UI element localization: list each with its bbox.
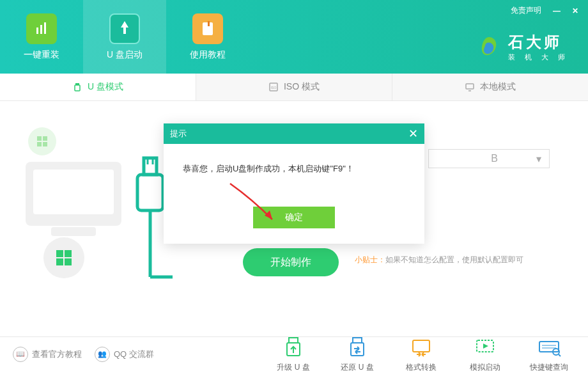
action-simulate-boot[interactable]: 模拟启动 (459, 335, 511, 371)
minimize-icon[interactable]: — (553, 6, 561, 15)
restore-usb-icon (345, 335, 369, 359)
success-dialog: 提示 ✕ 恭喜您，启动U盘制作成功，本机启动键"F9"！ 确定 (164, 123, 424, 244)
tutorial-icon (192, 13, 223, 44)
svg-rect-6 (75, 85, 80, 91)
arrow-annotation (226, 180, 284, 228)
bottom-left-links: 📖 查看官方教程 👥 QQ 交流群 (13, 347, 154, 362)
chevron-down-icon: ▾ (536, 153, 541, 165)
svg-rect-21 (65, 250, 72, 257)
svg-rect-25 (144, 158, 157, 175)
svg-text:ISO: ISO (271, 86, 277, 90)
usb-illustration (19, 117, 173, 283)
svg-rect-22 (56, 258, 63, 265)
simulate-boot-icon (473, 335, 497, 359)
brand-subtitle: 装 机 大 师 (508, 52, 569, 62)
svg-line-40 (559, 354, 561, 356)
nav-tab-label: 一键重装 (24, 49, 59, 61)
action-format-convert[interactable]: 格式转换 (395, 335, 447, 371)
nav-tabs: 一键重装 U 盘启动 使用教程 (0, 0, 249, 74)
action-label: 模拟启动 (470, 362, 500, 371)
nav-tab-usb[interactable]: U 盘启动 (83, 0, 166, 74)
svg-rect-2 (44, 22, 46, 34)
upgrade-usb-icon (281, 335, 306, 359)
tip-content: 如果不知道怎么配置，使用默认配置即可 (385, 255, 523, 264)
disclaimer-link[interactable]: 免责声明 (511, 5, 541, 16)
dialog-title: 提示 (170, 128, 187, 139)
svg-rect-15 (37, 136, 42, 141)
svg-rect-34 (413, 340, 429, 352)
usb-icon (72, 82, 82, 92)
svg-rect-18 (43, 142, 47, 146)
dialog-message: 恭喜您，启动U盘制作成功，本机启动键"F9"！ (179, 163, 409, 175)
titlebar: 一键重装 U 盘启动 使用教程 免责声明 — ✕ 石大师 装 机 大 师 (0, 0, 588, 74)
svg-point-19 (43, 237, 84, 278)
group-icon: 👥 (95, 347, 110, 362)
svg-rect-0 (36, 28, 38, 34)
mode-tab-label: U 盘模式 (88, 81, 123, 93)
svg-rect-17 (37, 142, 42, 146)
link-label: 查看官方教程 (32, 349, 82, 360)
dropdown-value: B (491, 153, 498, 164)
mode-tab-local[interactable]: 本地模式 (392, 74, 588, 100)
svg-rect-1 (40, 25, 42, 34)
tip-label: 小贴士： (355, 255, 385, 264)
mode-tab-iso[interactable]: ISO ISO 模式 (196, 74, 392, 100)
svg-point-14 (28, 127, 56, 155)
brand-title: 石大师 (508, 32, 569, 52)
reinstall-icon (26, 13, 57, 44)
dialog-close-icon[interactable]: ✕ (408, 127, 418, 141)
iso-icon: ISO (268, 82, 279, 92)
format-convert-icon (409, 335, 433, 359)
nav-tab-label: 使用教程 (190, 49, 226, 61)
nav-tab-reinstall[interactable]: 一键重装 (0, 0, 83, 74)
svg-rect-36 (539, 342, 559, 352)
nav-tab-tutorial[interactable]: 使用教程 (166, 0, 249, 74)
svg-rect-32 (353, 338, 362, 343)
bottom-bar: 📖 查看官方教程 👥 QQ 交流群 升级 U 盘 还原 U 盘 格式转换 模拟启… (0, 336, 588, 371)
link-label: QQ 交流群 (114, 349, 154, 360)
start-creation-button[interactable]: 开始制作 (243, 248, 339, 276)
svg-rect-30 (289, 338, 298, 343)
mode-tab-usb[interactable]: U 盘模式 (0, 74, 196, 100)
bottom-actions: 升级 U 盘 还原 U 盘 格式转换 模拟启动 快捷键查询 (267, 335, 575, 371)
svg-rect-24 (137, 175, 163, 210)
dialog-body: 恭喜您，启动U盘制作成功，本机启动键"F9"！ 确定 (164, 144, 424, 244)
action-hotkey-query[interactable]: 快捷键查询 (523, 335, 575, 371)
tip-text: 小贴士：如果不知道怎么配置，使用默认配置即可 (355, 255, 523, 265)
svg-rect-16 (43, 136, 47, 141)
qq-group-link[interactable]: 👥 QQ 交流群 (95, 347, 154, 362)
svg-rect-9 (466, 84, 474, 89)
svg-rect-20 (56, 250, 63, 257)
action-label: 格式转换 (406, 362, 437, 371)
mode-tab-label: 本地模式 (480, 81, 516, 93)
svg-rect-12 (33, 170, 114, 214)
action-restore-usb[interactable]: 还原 U 盘 (331, 335, 383, 371)
action-label: 升级 U 盘 (277, 362, 309, 371)
monitor-icon (465, 82, 475, 92)
svg-rect-13 (51, 227, 96, 236)
mode-tab-label: ISO 模式 (284, 81, 320, 93)
svg-rect-4 (208, 21, 210, 26)
action-upgrade-usb[interactable]: 升级 U 盘 (267, 335, 320, 371)
nav-tab-label: U 盘启动 (107, 49, 143, 61)
mode-tabs: U 盘模式 ISO ISO 模式 本地模式 (0, 74, 588, 101)
tutorial-link[interactable]: 📖 查看官方教程 (13, 347, 82, 362)
window-controls: 免责声明 — ✕ (511, 5, 578, 16)
dialog-header: 提示 ✕ (164, 123, 424, 144)
usb-boot-icon (109, 13, 140, 44)
action-label: 快捷键查询 (530, 362, 568, 371)
close-icon[interactable]: ✕ (572, 6, 578, 15)
book-icon: 📖 (13, 347, 28, 362)
svg-rect-23 (65, 258, 72, 265)
action-label: 还原 U 盘 (341, 362, 373, 371)
brand-logo: 石大师 装 机 大 师 (476, 32, 569, 62)
dropdown-field[interactable]: B ▾ (428, 149, 550, 168)
hotkey-query-icon (537, 335, 561, 359)
logo-icon (476, 35, 502, 60)
